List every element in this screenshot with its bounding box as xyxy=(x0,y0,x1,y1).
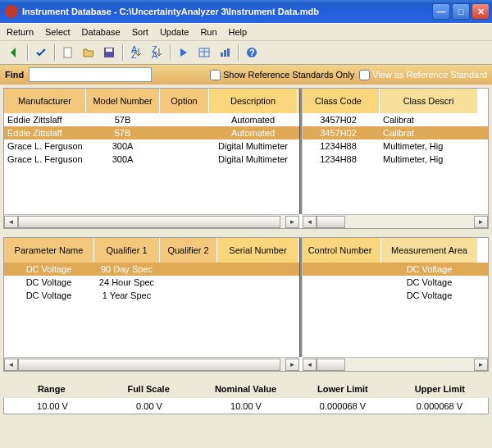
cell: DC Voltage xyxy=(4,289,94,302)
summary-header: Full Scale xyxy=(100,380,197,398)
column-header[interactable]: Qualifier 1 xyxy=(94,238,160,263)
menu-update[interactable]: Update xyxy=(160,27,189,37)
svg-rect-12 xyxy=(227,48,230,57)
menu-return[interactable]: Return xyxy=(7,27,34,37)
table-row[interactable]: Grace L. Ferguson300ADigital Multimeter1… xyxy=(4,139,488,153)
new-button[interactable] xyxy=(59,43,77,62)
close-button[interactable]: ✕ xyxy=(472,3,490,20)
svg-rect-2 xyxy=(106,48,112,52)
cell: Automated xyxy=(209,126,298,139)
column-header[interactable]: Description xyxy=(209,89,298,113)
back-button[interactable] xyxy=(5,43,23,62)
column-header[interactable]: Measurement Area xyxy=(381,238,478,263)
bottom-row: 10.00 V0.00 V10.00 V0.000068 V0.000068 V xyxy=(3,398,489,414)
menu-select[interactable]: Select xyxy=(45,27,71,37)
summary-header: Range xyxy=(3,380,100,398)
cell: DC Voltage xyxy=(381,276,478,289)
table-row[interactable]: DC Voltage24 Hour SpecDC Voltage xyxy=(4,276,488,289)
summary-value: 0.000068 V xyxy=(391,398,488,414)
cell: 3457H02 xyxy=(298,113,380,126)
summary-header: Nominal Value xyxy=(198,380,294,398)
cell: Calibrat xyxy=(380,126,478,139)
menubar: ReturnSelectDatabaseSortUpdateRunHelp xyxy=(0,23,492,40)
table-row[interactable]: Grace L. Ferguson300ADigital Multimeter1… xyxy=(4,153,488,166)
save-button[interactable] xyxy=(100,43,118,62)
cell xyxy=(299,276,381,289)
mid-scrollbar-left[interactable]: ◄► xyxy=(4,357,299,371)
titlebar: Instrument Database - C:\UncertaintyAnal… xyxy=(0,0,492,23)
cell: 90 Day Spec xyxy=(94,263,160,276)
cell xyxy=(160,289,217,302)
menu-help[interactable]: Help xyxy=(229,27,248,37)
chart-button[interactable] xyxy=(216,43,234,62)
top-scrollbar-left[interactable]: ◄► xyxy=(4,214,299,228)
show-reference-checkbox[interactable]: Show Reference Standards Only xyxy=(210,70,354,80)
bottom-header: RangeFull ScaleNominal ValueLower LimitU… xyxy=(3,380,489,398)
find-label: Find xyxy=(5,70,24,80)
column-header[interactable]: Manufacturer xyxy=(4,89,86,113)
top-grid: ManufacturerModel NumberOptionDescriptio… xyxy=(3,88,489,229)
svg-rect-0 xyxy=(64,48,71,57)
menu-run[interactable]: Run xyxy=(200,27,216,37)
open-button[interactable] xyxy=(80,43,98,62)
menu-sort[interactable]: Sort xyxy=(132,27,148,37)
cell: Automated xyxy=(209,113,298,126)
cell xyxy=(160,139,209,153)
cell: Multimeter, Hig xyxy=(380,139,478,153)
cell: Grace L. Ferguson xyxy=(4,139,86,153)
mid-grid-header: Parameter NameQualifier 1Qualifier 2Seri… xyxy=(4,238,488,263)
cell: DC Voltage xyxy=(4,276,94,289)
cell: 300A xyxy=(86,139,160,153)
cell: 1234H88 xyxy=(298,153,380,166)
cell: Multimeter, Hig xyxy=(380,153,478,166)
view-reference-checkbox[interactable]: View as Reference Standard xyxy=(359,70,487,80)
column-header[interactable]: Model Number xyxy=(86,89,160,113)
cell xyxy=(160,153,209,166)
cell xyxy=(160,263,217,276)
cell xyxy=(217,276,299,289)
table-row[interactable]: DC Voltage90 Day SpecDC Voltage xyxy=(4,263,488,276)
cell xyxy=(160,126,209,139)
cell xyxy=(299,289,381,302)
svg-rect-11 xyxy=(224,50,226,57)
cell xyxy=(160,113,209,126)
maximize-button[interactable]: □ xyxy=(452,3,470,20)
cell: 24 Hour Spec xyxy=(94,276,160,289)
find-input[interactable] xyxy=(29,67,152,82)
menu-database[interactable]: Database xyxy=(82,27,121,37)
sort-desc-button[interactable]: ZA xyxy=(148,43,166,62)
window-title: Instrument Database - C:\UncertaintyAnal… xyxy=(22,7,319,16)
minimize-button[interactable]: — xyxy=(432,3,450,20)
mid-scrollbar-right[interactable]: ◄► xyxy=(303,357,488,371)
cell: 1234H88 xyxy=(298,139,380,153)
vertical-splitter[interactable] xyxy=(299,238,303,357)
cell: 57B xyxy=(86,126,160,139)
run-button[interactable] xyxy=(175,43,193,62)
sort-asc-button[interactable]: AZ xyxy=(127,43,145,62)
summary-header: Lower Limit xyxy=(294,380,391,398)
column-header[interactable]: Option xyxy=(160,89,209,113)
check-button[interactable] xyxy=(32,43,50,62)
table-row[interactable]: Eddie Zittslaff57BAutomated3457H02Calibr… xyxy=(4,126,488,139)
column-header[interactable]: Class Descri xyxy=(380,89,478,113)
vertical-splitter[interactable] xyxy=(299,89,303,214)
cell xyxy=(217,289,299,302)
cell: Eddie Zittslaff xyxy=(4,126,86,139)
summary-value: 10.00 V xyxy=(198,398,294,414)
column-header[interactable]: Qualifier 2 xyxy=(160,238,217,263)
table-row[interactable]: DC Voltage1 Year SpecDC Voltage xyxy=(4,289,488,302)
column-header[interactable]: Class Code xyxy=(298,89,380,113)
top-scrollbar-right[interactable]: ◄► xyxy=(303,214,488,228)
column-header[interactable]: Serial Number xyxy=(217,238,299,263)
help-button[interactable]: ? xyxy=(243,43,261,62)
cell: DC Voltage xyxy=(381,289,478,302)
column-header[interactable]: Control Number xyxy=(299,238,381,263)
bottom-pane: RangeFull ScaleNominal ValueLower LimitU… xyxy=(3,380,489,414)
cell: DC Voltage xyxy=(4,263,94,276)
table-row[interactable]: Eddie Zittslaff57BAutomated3457H02Calibr… xyxy=(4,113,488,126)
column-header[interactable]: Parameter Name xyxy=(4,238,94,263)
cell xyxy=(299,263,381,276)
table-button[interactable] xyxy=(195,43,213,62)
app-icon xyxy=(5,5,18,18)
cell: 3457H02 xyxy=(298,126,380,139)
